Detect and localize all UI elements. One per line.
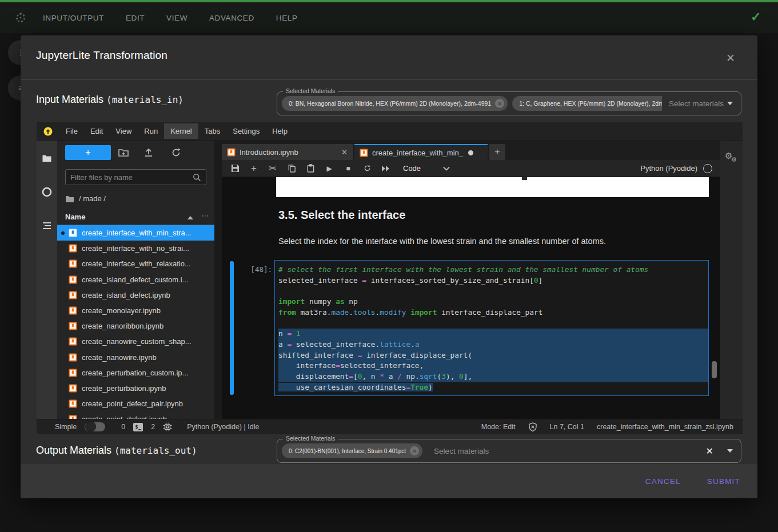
confirm-check-icon[interactable]: ✓ xyxy=(751,10,761,25)
code-line[interactable]: shifted_interface = interface_displace_p… xyxy=(278,350,708,361)
jupyter-menu-settings[interactable]: Settings xyxy=(226,123,266,139)
clear-all-icon[interactable]: ✕ xyxy=(706,446,713,457)
insert-cell-icon[interactable]: + xyxy=(246,163,261,174)
file-row[interactable]: create_monolayer.ipynb xyxy=(57,303,214,318)
file-list-header[interactable]: Name ⋯ xyxy=(57,210,214,225)
restart-kernel-icon[interactable] xyxy=(360,163,374,174)
output-caret-down-icon[interactable] xyxy=(727,449,733,453)
cell-type-select[interactable]: Code xyxy=(403,164,421,173)
jupyter-menu-tabs[interactable]: Tabs xyxy=(198,123,226,139)
paste-cells-icon[interactable] xyxy=(303,163,318,174)
widget-settings-gears-icon[interactable]: ⚙⚙ xyxy=(725,151,740,166)
name-column-header[interactable]: Name xyxy=(65,213,85,221)
cell-collapser[interactable] xyxy=(230,261,234,395)
code-line[interactable] xyxy=(278,286,708,297)
file-row[interactable]: create_island_defect_custom.i... xyxy=(57,272,214,287)
code-line[interactable]: # select the first interface with the lo… xyxy=(278,265,708,275)
chip-close-icon[interactable]: ✕ xyxy=(410,446,419,455)
running-kernels-tab-icon[interactable] xyxy=(42,187,52,197)
scrollbar-thumb[interactable] xyxy=(712,361,717,378)
new-launcher-button[interactable]: + xyxy=(65,145,111,160)
filter-files-input[interactable] xyxy=(66,173,193,182)
file-row[interactable]: create_nanowire_custom_shap... xyxy=(57,334,214,349)
output-selected-materials-field[interactable]: Selected Materials 0: C2(001)-BN(001), I… xyxy=(277,439,741,463)
restart-run-all-icon[interactable] xyxy=(378,163,393,174)
file-row[interactable]: create_nanowire.ipynb xyxy=(57,350,214,365)
kernel-status-text[interactable]: Python (Pyodide) | Idle xyxy=(187,423,259,431)
jupyter-menu-help[interactable]: Help xyxy=(266,123,294,139)
new-folder-icon[interactable] xyxy=(118,147,129,158)
cancel-button[interactable]: CANCEL xyxy=(645,477,681,486)
file-row[interactable]: create_interface_with_no_strai... xyxy=(57,241,214,256)
input-caret-down-icon[interactable] xyxy=(727,102,733,105)
add-tab-button[interactable]: + xyxy=(489,144,505,160)
file-row[interactable]: create_perturbation.ipynb xyxy=(57,381,214,396)
file-row[interactable]: create_interface_with_relaxatio... xyxy=(57,256,214,271)
submit-button[interactable]: SUBMIT xyxy=(707,477,740,486)
kernel-name-button[interactable]: Python (Pyodide) xyxy=(640,164,697,173)
tab-close-icon[interactable]: ✕ xyxy=(341,148,348,157)
topbar-menu-inputoutput[interactable]: INPUT/OUTPUT xyxy=(43,14,104,22)
material-chip[interactable]: 1: C, Graphene, HEX (P6/mmm) 2D (Monolay… xyxy=(512,96,662,111)
tab-introduction[interactable]: Introduction.ipynb ✕ xyxy=(222,144,353,160)
chevron-down-icon[interactable] xyxy=(439,163,454,174)
simple-mode-toggle[interactable] xyxy=(85,422,105,431)
cut-cells-icon[interactable]: ✂ xyxy=(265,163,280,174)
file-row[interactable]: create_interface_with_min_stra... xyxy=(57,225,214,241)
code-line[interactable]: displacement=[0, n * a / np.sqrt(3), 0], xyxy=(278,371,708,382)
trust-shield-icon[interactable] xyxy=(528,422,537,432)
jupyter-menu-kernel[interactable]: Kernel xyxy=(164,123,198,139)
code-line[interactable]: selected_interface = interfaces_sorted_b… xyxy=(278,275,708,286)
unsaved-changes-dot-icon[interactable] xyxy=(468,150,473,155)
dialog-close-icon[interactable]: ✕ xyxy=(724,51,737,65)
refresh-icon[interactable] xyxy=(170,147,182,158)
topbar-menu-view[interactable]: VIEW xyxy=(166,14,187,22)
upload-icon[interactable] xyxy=(143,147,154,158)
code-line[interactable]: from mat3ra.made.tools.modify import int… xyxy=(278,307,708,318)
file-name: create_point_defect_pair.ipynb xyxy=(82,399,183,408)
panel-resizer[interactable] xyxy=(214,141,222,419)
material-chip[interactable]: 0: BN, Hexagonal Boron Nitride, HEX (P6/… xyxy=(282,96,508,111)
code-line[interactable]: interface=selected_interface, xyxy=(278,361,708,371)
file-row[interactable]: create_island_defect.ipynb xyxy=(57,287,214,303)
app-logo-icon[interactable] xyxy=(14,11,27,25)
notebook-icon xyxy=(69,291,77,299)
file-browser-tab-icon[interactable] xyxy=(42,153,52,163)
kernel-status-icon[interactable] xyxy=(703,164,712,173)
file-row[interactable]: create_perturbation_custom.ip... xyxy=(57,365,214,381)
tab-create-interface-active[interactable]: create_interface_with_min_ xyxy=(354,144,488,160)
code-line[interactable]: import numpy as np xyxy=(278,297,708,307)
jupyter-menu-run[interactable]: Run xyxy=(138,123,164,139)
code-line[interactable]: a = selected_interface.lattice.a xyxy=(278,339,708,350)
input-selected-materials-field[interactable]: Selected Materials 0: BN, Hexagonal Boro… xyxy=(277,91,741,115)
ellipsis-icon[interactable]: ⋯ xyxy=(201,211,209,220)
breadcrumb[interactable]: / made / xyxy=(65,194,106,203)
kernel-chip-icon[interactable] xyxy=(163,422,172,431)
material-chip[interactable]: 0: C2(001)-BN(001), Interface, Strain 0.… xyxy=(282,443,422,458)
mode-indicator[interactable]: Mode: Edit xyxy=(481,423,516,431)
input-materials-label: Input Materials (materials_in) xyxy=(36,94,183,106)
file-row[interactable]: create_point_defect_pair.ipynb xyxy=(57,396,214,411)
topbar-menu-advanced[interactable]: ADVANCED xyxy=(209,14,254,22)
code-line[interactable]: n = 1 xyxy=(278,329,708,339)
code-line[interactable] xyxy=(278,318,708,329)
topbar-menu-help[interactable]: HELP xyxy=(276,14,298,22)
jupyter-menu-edit[interactable]: Edit xyxy=(84,123,109,139)
terminal-icon[interactable]: $_ xyxy=(133,423,143,431)
jupyter-menu-file[interactable]: File xyxy=(59,123,84,139)
copy-cells-icon[interactable] xyxy=(284,163,299,174)
cursor-position[interactable]: Ln 7, Col 1 xyxy=(550,423,584,431)
file-row[interactable]: create_nanoribbon.ipynb xyxy=(57,318,214,334)
table-of-contents-tab-icon[interactable] xyxy=(42,221,52,231)
save-icon[interactable] xyxy=(228,163,242,174)
code-line[interactable]: use_cartesian_coordinates=True) xyxy=(278,382,708,393)
jupyter-menu-view[interactable]: View xyxy=(109,123,138,139)
run-cell-icon[interactable]: ▶ xyxy=(322,163,337,174)
topbar-menu-edit[interactable]: EDIT xyxy=(126,14,145,22)
notebook-content[interactable]: 3.5. Select the interface Select the ind… xyxy=(222,177,720,419)
code-cell-editor[interactable]: # select the first interface with the lo… xyxy=(274,260,709,396)
chip-close-icon[interactable]: ✕ xyxy=(495,99,504,108)
sort-ascending-icon[interactable] xyxy=(187,216,193,219)
file-row[interactable]: create_point_defect.ipynb xyxy=(57,411,214,419)
interrupt-kernel-icon[interactable]: ■ xyxy=(341,163,356,174)
